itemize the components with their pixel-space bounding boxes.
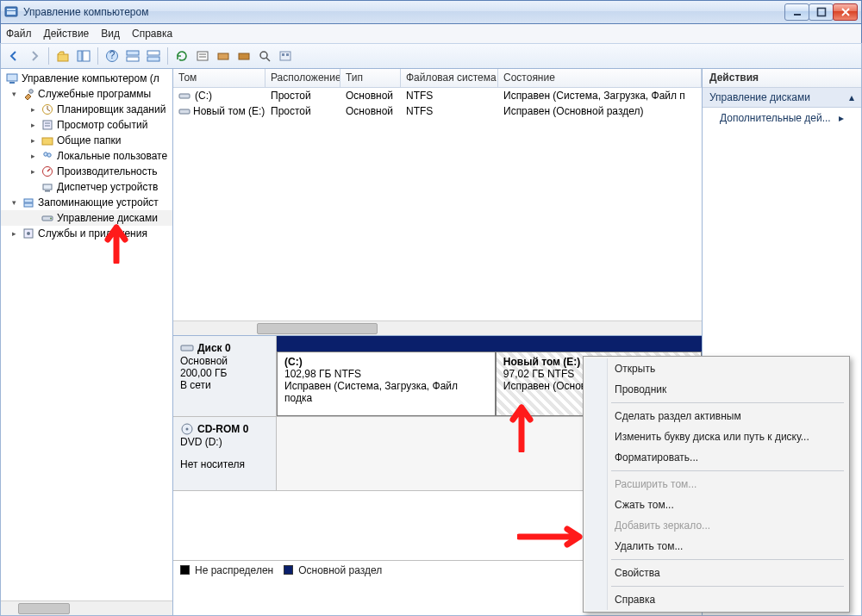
cell: NTFS	[401, 90, 498, 102]
svg-rect-16	[239, 53, 249, 59]
ctx-props[interactable]: Свойства	[585, 563, 847, 583]
list-scrollbar[interactable]	[173, 320, 702, 335]
menu-file[interactable]: Файл	[6, 28, 32, 40]
volume-row[interactable]: (C:) Простой Основной NTFS Исправен (Сис…	[173, 88, 702, 103]
partition-c[interactable]: (C:) 102,98 ГБ NTFS Исправен (Система, З…	[277, 352, 496, 416]
disk-icon	[41, 211, 54, 225]
tool-icon-3[interactable]	[255, 47, 274, 65]
ctx-explore[interactable]: Проводник	[585, 379, 847, 400]
show-hide-tree-button[interactable]	[74, 47, 93, 65]
ctx-open[interactable]: Открыть	[585, 358, 847, 379]
disk-header[interactable]: Диск 0 Основной 200,00 ГБ В сети	[173, 336, 277, 416]
menu-help[interactable]: Справка	[132, 28, 172, 40]
cell: Исправен (Основной раздел)	[498, 105, 702, 117]
folder-share-icon	[41, 134, 54, 147]
view-top-button[interactable]	[123, 47, 142, 65]
svg-rect-4	[817, 9, 825, 16]
tool-icon-2[interactable]	[234, 47, 253, 65]
svg-rect-12	[147, 51, 159, 55]
svg-rect-5	[58, 54, 68, 61]
volume-row[interactable]: Новый том (E:) Простой Основной NTFS Исп…	[173, 103, 702, 119]
svg-rect-33	[24, 203, 33, 207]
back-button[interactable]	[4, 47, 23, 65]
tree-event-viewer[interactable]: ▸Просмотр событий	[1, 117, 172, 133]
tree-root[interactable]: Управление компьютером (л	[1, 71, 172, 86]
svg-rect-3	[794, 14, 801, 16]
close-button[interactable]	[833, 3, 858, 21]
ctx-format[interactable]: Форматировать...	[585, 447, 847, 468]
col-status[interactable]: Состояние	[498, 69, 702, 87]
svg-rect-32	[24, 199, 33, 202]
menu-view[interactable]: Вид	[101, 28, 120, 40]
cell: Основной	[340, 105, 401, 117]
ctx-change-letter[interactable]: Изменить букву диска или путь к диску...	[585, 426, 847, 447]
col-volume[interactable]: Том	[173, 69, 265, 87]
cell: NTFS	[401, 105, 498, 117]
tree-disk-management[interactable]: Управление дисками	[1, 210, 172, 226]
tree-label: Служебные программы	[38, 88, 151, 100]
rescan-button[interactable]	[193, 47, 212, 65]
tree-shared-folders[interactable]: ▸Общие папки	[1, 133, 172, 148]
actions-section-label: Управление дисками	[709, 91, 810, 103]
actions-more[interactable]: Дополнительные дей...▸	[703, 108, 861, 128]
forward-button[interactable]	[25, 47, 44, 65]
cell: (C:)	[195, 90, 212, 102]
tree-label: Запоминающие устройст	[38, 196, 159, 208]
disk-header[interactable]: CD-ROM 0 DVD (D:) Нет носителя	[173, 417, 277, 490]
tree-system-tools[interactable]: ▾ Служебные программы	[1, 86, 172, 102]
refresh-button[interactable]	[172, 47, 191, 65]
actions-more-label: Дополнительные дей...	[720, 112, 831, 124]
cdrom-icon	[180, 422, 194, 436]
collapse-icon[interactable]: ▾	[9, 90, 19, 98]
svg-text:?: ?	[109, 49, 116, 61]
svg-rect-40	[181, 345, 193, 351]
drive-icon	[178, 89, 192, 103]
tree-performance[interactable]: ▸Производительность	[1, 164, 172, 179]
expand-icon[interactable]: ▸	[9, 229, 19, 238]
ctx-help[interactable]: Справка	[585, 589, 847, 610]
col-layout[interactable]: Расположение	[265, 69, 340, 87]
tree-task-scheduler[interactable]: ▸Планировщик заданий	[1, 102, 172, 117]
perf-icon	[41, 165, 54, 178]
cell: Простой	[265, 90, 340, 102]
ctx-shrink[interactable]: Сжать том...	[585, 495, 847, 515]
ctx-active[interactable]: Сделать раздел активным	[585, 406, 847, 426]
tool-icon-1[interactable]	[214, 47, 233, 65]
view-bottom-button[interactable]	[144, 47, 163, 65]
legend-swatch-primary	[284, 565, 293, 575]
volumes-header: Том Расположение Тип Файловая система Со…	[173, 69, 702, 88]
tool-icon-4[interactable]	[276, 47, 295, 65]
ctx-delete[interactable]: Удалить том...	[585, 536, 847, 557]
col-type[interactable]: Тип	[340, 69, 401, 87]
ctx-extend: Расширить том...	[585, 474, 847, 495]
help-button[interactable]: ?	[103, 47, 122, 65]
computer-icon	[5, 72, 19, 85]
legend-label: Основной раздел	[298, 564, 382, 576]
legend-label: Не распределен	[195, 564, 273, 576]
expand-icon[interactable]: ▸	[28, 167, 38, 176]
toolbar: ?	[0, 43, 862, 69]
tree-scrollbar[interactable]	[1, 600, 172, 615]
tree-local-users[interactable]: ▸Локальные пользовате	[1, 148, 172, 164]
app-icon	[4, 5, 18, 19]
clock-icon	[41, 103, 54, 116]
minimize-button[interactable]	[784, 3, 809, 21]
expand-icon[interactable]: ▸	[28, 152, 38, 160]
maximize-button[interactable]	[809, 3, 834, 21]
actions-section[interactable]: Управление дисками▴	[703, 88, 861, 108]
collapse-icon[interactable]: ▾	[9, 198, 19, 207]
tree-device-manager[interactable]: Диспетчер устройств	[1, 179, 172, 195]
expand-icon[interactable]: ▸	[28, 121, 38, 129]
svg-point-35	[50, 218, 52, 220]
expand-icon[interactable]: ▸	[28, 136, 38, 145]
menu-action[interactable]: Действие	[44, 28, 90, 40]
svg-point-42	[186, 428, 189, 431]
col-fs[interactable]: Файловая система	[401, 69, 498, 87]
tree-services[interactable]: ▸Службы и приложения	[1, 226, 172, 241]
expand-icon[interactable]: ▸	[28, 105, 38, 114]
svg-point-17	[260, 52, 267, 59]
svg-rect-22	[9, 82, 15, 84]
cell: Исправен (Система, Загрузка, Файл п	[498, 90, 702, 102]
up-button[interactable]	[53, 47, 72, 65]
tree-storage[interactable]: ▾Запоминающие устройст	[1, 195, 172, 210]
